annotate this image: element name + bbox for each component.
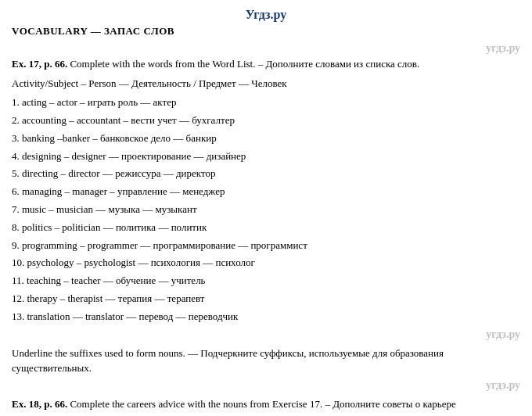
exercise17-title: Ex. 17, p. 66. Complete with the words f… — [12, 56, 520, 72]
list-item: 4. designing – designer — проектирование… — [12, 149, 520, 165]
watermark-3: угдз.ру — [12, 379, 520, 392]
column-headers: Activity/Subject – Person — Деятельность… — [12, 76, 520, 92]
exercise17-items: 1. acting – actor – играть роль — актер … — [12, 95, 520, 325]
list-item: 7. music – musician — музыка — музыкант — [12, 202, 520, 218]
watermark-2: угдз.ру — [12, 328, 520, 341]
list-item: 10. psychology – psychologist — психолог… — [12, 255, 520, 271]
list-item: 6. managing – manager – управление — мен… — [12, 184, 520, 200]
list-item: 2. accounting – accountant – вести учет … — [12, 113, 520, 129]
list-item: 1. acting – actor – играть роль — актер — [12, 95, 520, 111]
list-item: 3. banking –banker – банковское дело — б… — [12, 131, 520, 147]
exercise18-title: Ex. 18, p. 66. Complete the careers advi… — [12, 396, 520, 416]
site-title: Угдз.ру — [12, 8, 520, 22]
list-item: 12. therapy – therapist — терапия — тера… — [12, 291, 520, 307]
list-item: 9. programming – programmer — программир… — [12, 238, 520, 254]
list-item: 8. politics – politician — политика — по… — [12, 220, 520, 236]
watermark-1: угдз.ру — [12, 42, 520, 55]
section-header: VOCABULARY — ЗАПАС СЛОВ — [12, 25, 520, 38]
list-item: 5. directing – director — режиссура — ди… — [12, 166, 520, 182]
list-item: 11. teaching – teacher — обучение — учит… — [12, 273, 520, 289]
list-item: 13. translation — translator — перевод —… — [12, 309, 520, 325]
underline-task: Underline the suffixes used to form noun… — [12, 346, 520, 376]
